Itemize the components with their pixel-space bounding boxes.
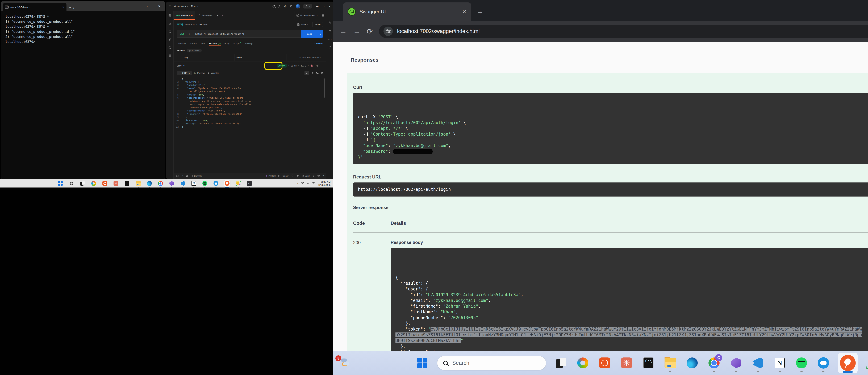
notion-icon[interactable]: N	[191, 180, 197, 187]
bulk-edit-button[interactable]: Bulk Edit	[302, 56, 311, 59]
response-json-viewer[interactable]: 1{2 "result": {3 "productId": 1,4 "name"…	[175, 77, 325, 173]
network-warning-icon[interactable]	[310, 64, 313, 67]
method-select[interactable]: GET∨	[177, 30, 193, 37]
taskbar-search[interactable]: Search	[437, 356, 546, 370]
reload-icon[interactable]: ⟳	[367, 27, 373, 36]
tab-get-data[interactable]: GET Get data	[174, 11, 195, 20]
edge-icon[interactable]	[685, 356, 699, 370]
docker-icon[interactable]	[213, 180, 219, 187]
tab-headers[interactable]: Headers (7)	[209, 41, 221, 46]
more-options-icon[interactable]: ⋯	[321, 65, 323, 67]
environment-quick-look-icon[interactable]	[320, 11, 326, 20]
command-prompt-icon[interactable]: C:\	[124, 180, 130, 187]
response-body-dropdown[interactable]: Body	[177, 65, 181, 67]
battery-icon[interactable]	[312, 182, 315, 185]
dev-home-icon[interactable]: ✳	[619, 356, 633, 370]
environments-icon[interactable]	[168, 30, 172, 34]
ssms-icon[interactable]: ⚒	[865, 356, 868, 370]
minimize-button[interactable]: —	[131, 5, 143, 8]
vault-button[interactable]: Vault	[302, 175, 310, 177]
help-icon[interactable]: ?	[322, 175, 324, 177]
format-json-dropdown[interactable]: { }JSON∨	[177, 71, 192, 75]
tab-close-icon[interactable]: ✕	[62, 6, 64, 8]
settings-gear-icon[interactable]: ⚙	[284, 5, 287, 8]
response-time[interactable]: 28 ms	[291, 65, 297, 67]
wifi-icon[interactable]	[301, 182, 304, 185]
visualize-button[interactable]: Visualize∨	[208, 72, 221, 74]
status-check-icon[interactable]: ✓	[181, 175, 183, 177]
workspaces-menu[interactable]: Workspaces	[174, 5, 186, 7]
file-explorer-icon[interactable]	[663, 356, 677, 370]
postbot-button[interactable]: Postbot	[265, 175, 276, 177]
trash-icon[interactable]	[312, 175, 315, 178]
maximize-button[interactable]: □	[323, 5, 324, 8]
two-pane-icon[interactable]	[317, 175, 320, 178]
history-clock-icon[interactable]	[168, 46, 172, 50]
tab-list-chevron-icon[interactable]: ∨	[220, 11, 225, 20]
forward-icon[interactable]: →	[353, 27, 361, 35]
address-bar[interactable]: localhost:7002/swagger/index.html ☆	[379, 25, 868, 38]
invite-user-icon[interactable]	[278, 5, 281, 8]
vscode-icon[interactable]	[180, 180, 186, 187]
task-view-button[interactable]	[554, 356, 568, 370]
vscode-icon[interactable]	[751, 356, 765, 370]
footer-search-icon[interactable]	[186, 175, 188, 177]
chevron-down-icon[interactable]: ∨	[73, 7, 74, 9]
dev-home-icon[interactable]: ✳	[113, 180, 119, 187]
panel-splitter[interactable]	[174, 61, 326, 62]
chrome-icon[interactable]	[157, 180, 163, 187]
notifications-bell-icon[interactable]	[290, 5, 292, 8]
breadcrumb-collection[interactable]: Test-Redis	[184, 23, 195, 26]
request-url-block[interactable]: https://localhost:7002/api/auth/login	[353, 183, 868, 196]
browser-tab-swagger[interactable]: {…} Swagger UI ✕	[343, 2, 471, 21]
more-options-icon[interactable]: ⋯	[299, 56, 301, 59]
more-menu[interactable]: More	[191, 5, 196, 7]
cookies-icon[interactable]	[297, 175, 299, 178]
edge-icon[interactable]	[146, 180, 152, 187]
collections-globe-icon[interactable]	[168, 14, 172, 18]
tab-close-icon[interactable]: ✕	[462, 9, 466, 15]
curl-code-block[interactable]: curl -X 'POST' \ 'https://localhost:7002…	[353, 93, 868, 164]
postman-taskbar-icon[interactable]	[838, 353, 858, 373]
copy-response-icon[interactable]	[321, 72, 323, 75]
volume-icon[interactable]	[307, 182, 310, 185]
collections-trash-icon[interactable]	[168, 22, 172, 26]
comments-icon[interactable]	[329, 30, 331, 33]
windows-terminal-icon[interactable]: >_	[246, 180, 252, 187]
new-tab-icon[interactable]: +	[69, 6, 71, 9]
start-button[interactable]	[415, 356, 430, 370]
ubuntu-icon[interactable]	[102, 180, 108, 187]
cookies-link[interactable]: Cookies	[315, 42, 323, 45]
capture-requests-icon[interactable]	[291, 175, 294, 178]
search-response-icon[interactable]	[316, 72, 318, 74]
flows-icon[interactable]	[168, 38, 172, 42]
new-request-tab-icon[interactable]: +	[215, 11, 220, 20]
breadcrumb-request[interactable]: Get data	[199, 23, 208, 26]
presets-button[interactable]: Presets ∨	[312, 56, 321, 59]
hidden-headers-toggle[interactable]: 6 hidden	[187, 49, 202, 53]
close-button[interactable]: ✕	[154, 5, 165, 8]
terminal-output[interactable]: localhost:6379> KEYS * 1) "ecommerce_pro…	[1, 11, 165, 179]
search-icon[interactable]	[273, 5, 275, 7]
sidebar-toggle-icon[interactable]	[176, 175, 179, 178]
share-button[interactable]: Share	[312, 22, 323, 27]
visual-studio-icon[interactable]	[168, 180, 175, 187]
row-checkbox-column[interactable]	[177, 54, 183, 61]
ubuntu-icon[interactable]	[597, 356, 612, 370]
console-button[interactable]: Console	[190, 175, 202, 177]
terminal-titlebar[interactable]: C:\ zahran1@Zahran: ~ ✕ + ∨ — □ ✕	[1, 1, 165, 11]
runner-button[interactable]: Runner	[278, 175, 288, 177]
sign-in-button[interactable]: ∨	[303, 4, 312, 8]
request-url-input[interactable]: https://localhost:7000/api/product/1	[193, 30, 247, 37]
tab-test-redis[interactable]: Test-Redis	[195, 11, 215, 20]
search-button[interactable]	[68, 180, 75, 187]
clock[interactable]: 3:07 AM 12/30/2025	[318, 181, 331, 186]
send-button[interactable]: Send	[301, 30, 318, 38]
response-body-block[interactable]: Download { "result": { "user": { "id": "…	[391, 248, 868, 351]
back-icon[interactable]: ←	[340, 27, 347, 35]
tab-auth[interactable]: Auth	[201, 41, 205, 46]
tray-chevron-icon[interactable]: ∧	[297, 182, 299, 185]
info-icon[interactable]	[329, 46, 331, 49]
response-scrollbar[interactable]	[324, 79, 325, 98]
site-settings-icon[interactable]	[383, 27, 393, 36]
